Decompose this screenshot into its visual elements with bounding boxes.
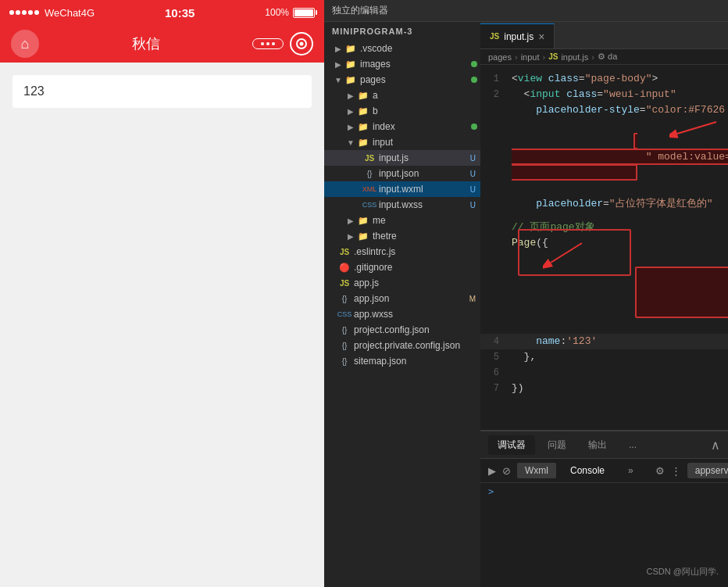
code-line: // 页面page对象: [480, 220, 728, 235]
json-icon: {}: [338, 339, 351, 352]
sidebar-item-appjson[interactable]: {} app.json M: [324, 291, 480, 306]
tab-wxml[interactable]: Wxml: [517, 463, 556, 478]
tab-expand[interactable]: »: [619, 462, 643, 479]
tree-label: images: [360, 59, 471, 70]
wxss-icon: CSS: [338, 308, 351, 320]
line-content: name:'123': [512, 334, 728, 349]
sidebar-item-b[interactable]: ▶ 📁 b: [324, 103, 480, 119]
code-line: 2 <input class="weui-input": [480, 87, 728, 102]
more-options-icon[interactable]: ⋮: [671, 462, 681, 479]
folder-icon: 📁: [357, 230, 369, 242]
sidebar-item-input-js[interactable]: JS input.js U: [324, 150, 480, 166]
arrow-icon: ▶: [344, 120, 357, 133]
folder-icon: 📁: [357, 214, 369, 227]
sidebar-item-input-wxss[interactable]: CSS input.wxss U: [324, 197, 480, 213]
sidebar-item-input-wxml[interactable]: XML input.wxml U: [324, 181, 480, 197]
sidebar-item-sitemap[interactable]: {} sitemap.json: [324, 353, 480, 369]
arrow-icon: [332, 355, 338, 367]
sidebar-item-gitignore[interactable]: 🔴 .gitignore: [324, 259, 480, 275]
arrow-icon: [332, 245, 338, 258]
tab-label: 问题: [548, 439, 566, 450]
tab-label: ...: [629, 439, 637, 450]
badge-green: [471, 123, 477, 130]
badge-green: [471, 77, 477, 83]
nav-target-button[interactable]: [290, 32, 313, 55]
run-icon[interactable]: ▶: [488, 462, 496, 479]
sidebar-item-appwxss[interactable]: CSS app.wxss: [324, 306, 480, 322]
tree-label: app.js: [354, 277, 480, 288]
tree-label: app.wxss: [354, 309, 480, 320]
sidebar-item-me[interactable]: ▶ 📁 me: [324, 213, 480, 228]
arrow-icon: [332, 277, 338, 289]
code-line: 7 }): [480, 381, 728, 396]
code-line-name: 4 name:'123': [480, 334, 728, 349]
tab-issues[interactable]: 问题: [538, 435, 576, 455]
folder-icon: 📁: [357, 89, 369, 102]
tree-label: sitemap.json: [354, 356, 480, 367]
chevron-up-icon[interactable]: ∧: [711, 438, 720, 453]
tree-label: .gitignore: [354, 262, 480, 273]
phone-time: 10:35: [165, 6, 194, 20]
json-icon: {}: [338, 355, 351, 367]
code-line: 6: [480, 365, 728, 381]
sidebar-item-project-private[interactable]: {} project.private.config.json: [324, 338, 480, 353]
json-icon: {}: [338, 324, 351, 336]
sidebar-item-pages[interactable]: ▼ 📁 pages: [324, 72, 480, 88]
signal-dots: [9, 10, 39, 15]
sidebar-item-vscode[interactable]: ▶ 📁 .vscode: [324, 41, 480, 56]
settings-icon[interactable]: ⚙: [655, 462, 665, 479]
nav-dots-button[interactable]: [252, 38, 284, 49]
tab-label: input.js: [504, 31, 534, 42]
sidebar-item-appjs[interactable]: JS app.js: [324, 275, 480, 291]
signal-dot-1: [9, 10, 14, 15]
nav-home-button[interactable]: ⌂: [11, 30, 39, 58]
wxml-code-area: 1 <view class="page-body"> 2 <input clas…: [480, 65, 728, 430]
tab-output[interactable]: 输出: [579, 435, 616, 455]
line-content: },: [512, 349, 728, 365]
sidebar-item-eslintrc[interactable]: JS .eslintrc.js: [324, 244, 480, 259]
battery-bar: [293, 8, 315, 18]
bottom-tabs-left: 调试器 问题 输出 ...: [488, 435, 646, 455]
bottom-panel: 调试器 问题 输出 ...: [480, 431, 728, 587]
sidebar-item-index[interactable]: ▶ 📁 index: [324, 119, 480, 134]
wxml-icon: XML: [363, 183, 376, 195]
sidebar-item-project-config[interactable]: {} project.config.json: [324, 322, 480, 338]
bottom-tabs: 调试器 问题 输出 ...: [480, 431, 728, 459]
vscode-panel: 独立的编辑器 MINIPROGRAM-3 ▶ 📁 .vscode ▶ 📁 ima…: [324, 0, 728, 587]
folder-icon: 📁: [344, 73, 357, 86]
badge-u: U: [470, 185, 476, 194]
line-content: // 页面page对象: [512, 220, 728, 235]
appservice-select[interactable]: appservice (#3): [687, 463, 728, 478]
sidebar-item-input-json[interactable]: {} input.json U: [324, 166, 480, 181]
sidebar-item-input-folder[interactable]: ▼ 📁 input: [324, 134, 480, 150]
line-number: [480, 251, 512, 334]
tab-input-js[interactable]: JS input.js ×: [480, 23, 555, 48]
phone-input[interactable]: [12, 75, 312, 108]
line-content: placeholder="占位符字体是红色的": [512, 196, 728, 212]
file-icon: 🔴: [338, 261, 351, 274]
tree-label: pages: [360, 74, 471, 85]
sidebar-item-thetre[interactable]: ▶ 📁 thetre: [324, 228, 480, 244]
tree-label: .eslintrc.js: [354, 246, 480, 257]
tab-debugger[interactable]: 调试器: [488, 435, 535, 455]
line-number: [480, 196, 512, 212]
sidebar-item-a[interactable]: ▶ 📁 a: [324, 88, 480, 103]
battery-fill: [294, 9, 313, 16]
badge-green: [471, 61, 477, 67]
json-icon: {}: [338, 292, 351, 305]
arrow-icon: ▶: [344, 105, 357, 117]
tab-close-button[interactable]: ×: [538, 30, 544, 43]
sidebar-item-images[interactable]: ▶ 📁 images: [324, 56, 480, 72]
tab-console[interactable]: Console: [562, 463, 612, 478]
line-number: [480, 220, 512, 235]
tree-label: input.js: [379, 152, 470, 163]
arrow-icon: ▶: [332, 58, 344, 70]
bottom-toolbar: ▶ ⊘ Wxml Console » ⚙ ⋮ appservice (#3) 👁…: [480, 459, 728, 483]
tree-label: input.json: [379, 168, 470, 179]
tab-more[interactable]: ...: [619, 436, 646, 453]
no-entry-icon[interactable]: ⊘: [502, 462, 511, 479]
nav-right: [252, 32, 313, 55]
badge-u: U: [470, 170, 476, 178]
status-right: 100%: [265, 7, 315, 18]
line-content: data: {: [512, 251, 728, 334]
